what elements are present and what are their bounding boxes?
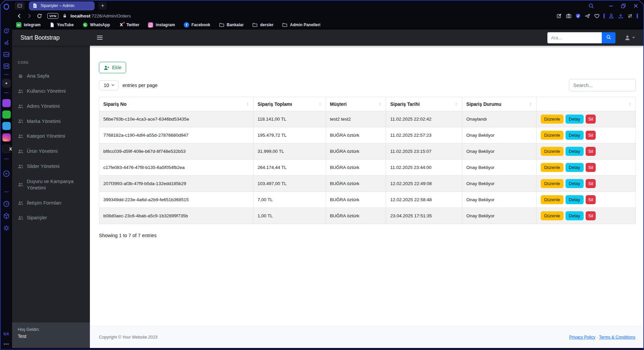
sidebar-item-0[interactable]: Ana Sayfa [12, 69, 90, 84]
delete-button[interactable]: Sil [586, 211, 596, 220]
delete-button[interactable]: Sil [586, 179, 596, 188]
settings-icon[interactable] [3, 225, 10, 231]
table-search-input[interactable] [569, 79, 636, 91]
topnav-search-button[interactable] [602, 32, 615, 43]
bookmark-item[interactable]: f Facebook [184, 22, 210, 28]
lock-icon[interactable] [62, 13, 67, 18]
detail-button[interactable]: Detay [566, 195, 584, 204]
bookmark-item[interactable]: 𝗫 Twitter [119, 22, 139, 28]
new-tab-button[interactable]: + [99, 2, 107, 10]
sidenav-items: Ana Sayfa Kullanıcı Yönetimi Adres Yönet… [12, 69, 90, 225]
sidebar-item-1[interactable]: Kullanıcı Yönetimi [12, 84, 90, 99]
sidebar-item-2[interactable]: Adres Yönetimi [12, 99, 90, 114]
twitch-icon[interactable] [2, 99, 11, 107]
sidebar-item-8[interactable]: İletişim Formları [12, 195, 90, 211]
edit-button[interactable]: Düzenle [541, 147, 564, 156]
bookmark-item[interactable]: dersler [252, 22, 273, 28]
x-icon[interactable]: X [2, 145, 11, 153]
sidebar-item-4[interactable]: Kategori Yönetimi [12, 129, 90, 144]
url-field[interactable]: localhost:7226/Admin/Orders [70, 13, 131, 18]
user-menu-dropdown[interactable] [625, 35, 635, 41]
telegram-icon[interactable] [2, 122, 11, 130]
delete-button[interactable]: Sil [586, 163, 596, 172]
topnav-search-input[interactable] [547, 32, 602, 43]
column-header[interactable]: Sipariş No [99, 97, 254, 111]
bookmark-item[interactable]: WhatsApp [83, 22, 110, 28]
column-header[interactable]: Sipariş Toplamı [253, 97, 326, 111]
column-header[interactable]: Müşteri [326, 97, 386, 111]
sort-icon[interactable] [318, 102, 322, 106]
tab-snoozer-icon[interactable] [3, 28, 10, 34]
wallpapers-icon[interactable] [3, 51, 10, 58]
sidebar-item-9[interactable]: Siparişler [12, 210, 90, 225]
reload-button[interactable] [37, 13, 42, 19]
send-to-flow-icon[interactable] [585, 13, 590, 19]
bookmark-item[interactable]: Bankalar [219, 22, 244, 28]
opera-menu-button[interactable] [3, 3, 10, 10]
sort-icon[interactable] [529, 102, 532, 106]
sidebar-setup-icon[interactable]: ••• [4, 343, 9, 345]
detail-button[interactable]: Detay [566, 131, 584, 140]
brand-link[interactable]: Start Bootstrap [12, 34, 90, 41]
bookmark-item[interactable]: YouTube [49, 22, 74, 28]
detail-button[interactable]: Detay [566, 147, 584, 156]
sidebar-item-3[interactable]: Marka Yönetimi [12, 114, 90, 129]
gx-profile-label[interactable]: GX [4, 332, 9, 336]
sort-icon[interactable] [246, 102, 249, 106]
edit-button[interactable]: Düzenle [541, 115, 564, 124]
delete-button[interactable]: Sil [586, 147, 596, 156]
sort-icon[interactable] [454, 102, 458, 106]
terms-link[interactable]: Terms & Conditions [599, 335, 635, 340]
profile-icon[interactable] [608, 13, 614, 19]
whatsapp-icon[interactable] [2, 111, 11, 119]
sidebar-item-7[interactable]: Duyuru ve Kampanya Yönetimi [12, 174, 90, 195]
vpn-badge[interactable]: VPN [47, 13, 58, 19]
mods-icon[interactable] [3, 63, 10, 70]
detail-button[interactable]: Detay [566, 163, 584, 172]
privacy-policy-link[interactable]: Privacy Policy [569, 335, 595, 340]
detail-button[interactable]: Detay [566, 211, 584, 220]
workspace-icon[interactable] [15, 2, 25, 10]
history-icon[interactable] [3, 201, 10, 207]
sort-icon[interactable] [378, 102, 382, 106]
back-button[interactable] [16, 13, 22, 19]
gx-corner-icon[interactable] [2, 79, 11, 88]
browser-tab-active[interactable]: Siparişler – Admin [29, 1, 95, 10]
edit-button[interactable]: Düzenle [541, 211, 564, 220]
add-button[interactable]: Ekle [99, 62, 126, 73]
edit-button[interactable]: Düzenle [541, 195, 564, 204]
reading-list-icon[interactable] [627, 13, 633, 19]
minimize-button[interactable] [608, 3, 614, 9]
player-icon[interactable] [3, 170, 10, 177]
edit-button[interactable]: Düzenle [541, 179, 564, 188]
page-size-select[interactable]: 10 [99, 80, 118, 90]
column-header[interactable]: Sipariş Durumu [462, 97, 537, 111]
bookmark-item[interactable]: tel telegram [16, 22, 41, 28]
detail-button[interactable]: Detay [566, 179, 584, 188]
edit-button[interactable]: Düzenle [541, 131, 564, 140]
forward-button[interactable] [26, 13, 32, 19]
bookmark-item[interactable]: instagram [148, 22, 175, 28]
bookmark-item[interactable]: Admin Panelleri [282, 22, 320, 28]
sidebar-item-5[interactable]: Ürün Yönetimi [12, 144, 90, 159]
instagram-icon[interactable] [2, 133, 11, 141]
edit-bookmark-icon[interactable] [556, 13, 562, 19]
snapshot-camera-icon[interactable] [566, 13, 572, 19]
edit-button[interactable]: Düzenle [541, 163, 564, 172]
delete-button[interactable]: Sil [586, 131, 596, 140]
maximize-button[interactable] [621, 3, 626, 9]
favorite-heart-icon[interactable] [594, 13, 600, 19]
vpn-shield-icon[interactable] [575, 13, 581, 19]
delete-button[interactable]: Sil [586, 115, 596, 124]
delete-button[interactable]: Sil [586, 195, 596, 204]
sidebar-toggle-button[interactable] [97, 33, 107, 43]
column-header[interactable]: Sipariş Tarihi [386, 97, 462, 111]
gx-games-icon[interactable] [3, 213, 10, 219]
close-button[interactable] [633, 3, 639, 9]
sidebar-item-6[interactable]: Slider Yönetimi [12, 159, 90, 174]
sort-icon[interactable] [628, 102, 632, 106]
detail-button[interactable]: Detay [566, 115, 584, 124]
download-icon[interactable] [618, 13, 624, 19]
tab-search-button[interactable] [588, 3, 594, 9]
cleaner-icon[interactable] [3, 39, 10, 46]
